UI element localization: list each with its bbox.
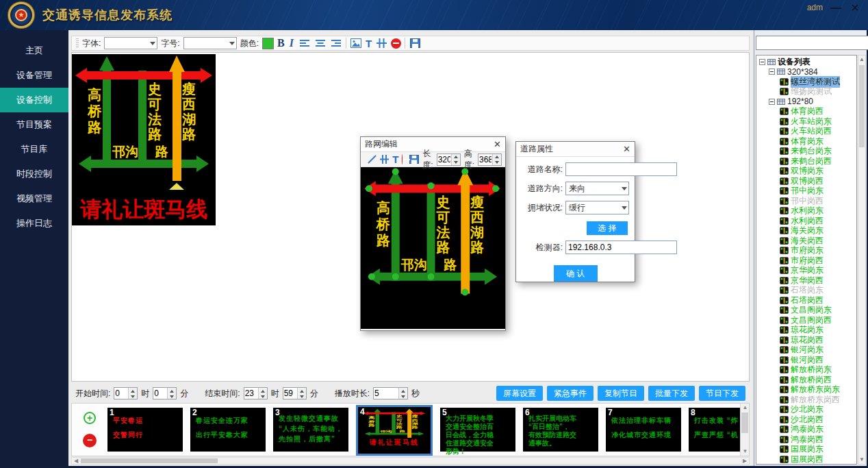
expand-collapse-icon[interactable] [769, 69, 775, 75]
close-button[interactable]: ✕ [847, 1, 863, 15]
program-thumbnail[interactable]: 1平安春运交警同行 [107, 408, 183, 452]
save-button[interactable] [409, 154, 419, 165]
close-icon[interactable]: ✕ [494, 140, 501, 149]
select-button[interactable]: 选 择 [587, 221, 628, 235]
spinner-down-icon[interactable] [399, 393, 407, 399]
strip-horizontal-scrollbar[interactable]: ◀ ▶ [71, 457, 750, 465]
device-search-input[interactable] [756, 36, 868, 50]
spinner-up-icon[interactable] [168, 388, 176, 393]
image-tool-button[interactable] [350, 38, 362, 49]
spinner-down-icon[interactable] [129, 393, 137, 399]
scrollbar-thumb[interactable] [859, 65, 865, 147]
spinner-up-icon[interactable] [129, 388, 137, 393]
sidebar-item[interactable]: 节目库 [0, 137, 68, 162]
color-swatch[interactable] [262, 38, 274, 49]
spinner-down-icon[interactable] [168, 393, 176, 399]
program-thumbnail[interactable]: 3发生轻微交通事故“人未伤，车能动，先拍照，后撤离” [273, 408, 348, 452]
scrollbar-thumb[interactable] [81, 458, 218, 463]
main-area: 字体: 字号: 颜色: B I T 高桥路史可法路瘦西湖路邗沟路请礼让斑马线 [68, 30, 754, 466]
detector-input[interactable] [565, 241, 677, 254]
bold-button[interactable]: B [277, 37, 285, 49]
sidebar-item[interactable]: 节目预案 [0, 112, 68, 137]
spinner-up-icon[interactable] [452, 154, 460, 160]
font-select[interactable] [104, 37, 157, 49]
design-canvas[interactable]: 高桥路史可法路瘦西湖路邗沟路请礼让斑马线 路网编辑 ✕ T 长度: [71, 52, 750, 382]
expand-collapse-icon[interactable] [759, 59, 765, 65]
height-input[interactable] [478, 154, 492, 165]
scroll-left-icon[interactable]: ◀ [72, 458, 80, 464]
program-thumbnail[interactable]: 4高桥路史可法路瘦西湖路邗沟路请礼让斑马线 [356, 405, 433, 456]
scrollbar-thumb[interactable] [741, 412, 748, 433]
text-tool-button[interactable]: T [392, 153, 398, 165]
text-tool-button[interactable]: T [366, 38, 372, 49]
program-thumbnail[interactable]: 8打击改装 “炸严查严惩 “机 [689, 408, 740, 452]
traffic-sign-icon [780, 207, 789, 214]
add-program-button[interactable]: + [84, 412, 96, 424]
strip-vertical-scrollbar[interactable]: ▲ ▼ [740, 404, 749, 456]
scroll-down-icon[interactable]: ▼ [858, 456, 865, 464]
sidebar-item[interactable]: 设备控制 [0, 88, 68, 112]
scroll-down-icon[interactable]: ▼ [741, 447, 750, 456]
align-left-button[interactable] [298, 38, 311, 49]
road-direction-select[interactable]: 来向 [565, 182, 629, 195]
duration-input[interactable] [374, 388, 398, 399]
delete-tool-button[interactable] [402, 154, 403, 164]
minimize-button[interactable]: — [828, 1, 843, 15]
road-network-tool-button[interactable] [375, 38, 387, 49]
length-input[interactable] [437, 154, 451, 165]
roadnet-edit-canvas[interactable]: 高桥路史可法路瘦西湖路邗沟路 [361, 167, 505, 329]
spinner-up-icon[interactable] [259, 388, 267, 393]
program-thumbnail[interactable]: 6扎实开展电动车“百日整治”，有效预防道路交通事故。 [523, 408, 598, 452]
congestion-select[interactable]: 缓行 [565, 201, 629, 214]
expand-collapse-icon[interactable] [769, 99, 775, 105]
end-minute-input[interactable] [283, 388, 297, 399]
user-name[interactable]: adm [807, 3, 823, 12]
action-button[interactable]: 复制节目 [598, 386, 644, 401]
scroll-right-icon[interactable]: ▶ [741, 458, 749, 464]
spinner-up-icon[interactable] [493, 154, 501, 160]
scroll-up-icon[interactable]: ▲ [858, 56, 865, 64]
align-right-button[interactable] [330, 38, 342, 49]
spinner-down-icon[interactable] [493, 160, 501, 165]
spinner-down-icon[interactable] [298, 393, 306, 399]
sidebar-item[interactable]: 主页 [0, 38, 68, 63]
end-hour-input[interactable] [244, 388, 258, 399]
spinner-up-icon[interactable] [298, 388, 306, 393]
start-minute-input[interactable] [153, 388, 167, 399]
program-thumbnail[interactable]: 5大力开展秋冬季交通安全整治百日会战，全力稳住道路交通安全形势！ [440, 408, 515, 452]
action-button[interactable]: 紧急事件 [547, 386, 593, 401]
sidebar-item[interactable]: 时段控制 [0, 162, 68, 186]
program-thumbnail[interactable]: 7依法治理非标车辆净化城市交通环境 [606, 408, 681, 452]
align-center-button[interactable] [314, 38, 327, 49]
size-select[interactable] [183, 37, 237, 49]
remove-program-button[interactable]: − [83, 434, 97, 447]
sidebar-item[interactable]: 设备管理 [0, 63, 68, 88]
tree-root[interactable]: 设备列表 [756, 57, 856, 67]
action-button[interactable]: 批量下发 [648, 386, 695, 401]
toolbar-grip[interactable] [76, 38, 79, 48]
start-hour-input[interactable] [114, 388, 128, 399]
traffic-sign-icon [780, 247, 789, 254]
save-button[interactable] [409, 38, 421, 49]
spinner-up-icon[interactable] [399, 388, 407, 393]
tree-vertical-scrollbar[interactable]: ▲ ▼ [858, 55, 866, 465]
line-tool-button[interactable] [368, 154, 376, 165]
confirm-button[interactable]: 确 认 [554, 265, 598, 282]
italic-button[interactable]: I [288, 37, 295, 49]
spinner-down-icon[interactable] [259, 393, 267, 399]
program-thumbnail[interactable]: 2春运安全连万家出行平安靠大家 [190, 408, 266, 452]
tree-device-item[interactable]: 国展岗西 [756, 454, 856, 465]
close-icon[interactable]: ✕ [623, 145, 630, 153]
dialog-titlebar[interactable]: 道路属性 ✕ [516, 142, 635, 157]
action-button[interactable]: 节目下发 [699, 386, 745, 401]
spinner-down-icon[interactable] [452, 160, 460, 165]
road-name-input[interactable] [565, 162, 677, 176]
tree-device-item[interactable]: 维扬岗测试 [756, 87, 856, 97]
action-button[interactable]: 屏幕设置 [496, 386, 543, 401]
sidebar-item[interactable]: 操作日志 [0, 211, 68, 236]
delete-tool-button[interactable] [391, 38, 401, 49]
scroll-up-icon[interactable]: ▲ [741, 404, 750, 412]
sign-preview[interactable]: 高桥路史可法路瘦西湖路邗沟路请礼让斑马线 [72, 54, 216, 225]
crossing-tool-button[interactable] [380, 154, 389, 165]
sidebar-item[interactable]: 视频管理 [0, 186, 68, 211]
